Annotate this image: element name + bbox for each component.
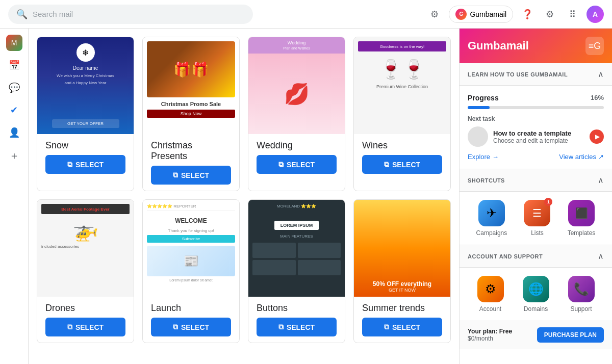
account-icon: ⚙ — [477, 276, 504, 302]
right-panel: Gumbamail ≡G LEARN HOW TO USE GUMBAMAIL … — [459, 29, 612, 364]
help-icon[interactable]: ❓ — [519, 6, 536, 22]
task-circle — [468, 126, 488, 147]
thumbnail-snow: ❄ Dear nameWe wish you a Merry Christmas… — [37, 37, 134, 134]
select-icon-wedding: ⧉ — [278, 160, 284, 169]
template-card-drones[interactable]: Best Aerial Footage Ever 🚁 included acce… — [37, 199, 134, 343]
support-icon: 📞 — [568, 276, 595, 302]
content-area: ❄ Dear nameWe wish you a Merry Christmas… — [29, 29, 459, 364]
shortcuts-toggle[interactable]: ∧ — [598, 175, 604, 185]
plan-price: $0/month — [468, 335, 512, 342]
learn-section-toggle[interactable]: ∧ — [598, 69, 604, 79]
account-section-header[interactable]: ACCOUNT AND SUPPORT ∧ — [460, 245, 612, 268]
progress-section: Progress 16% Next task How to create a t… — [460, 86, 612, 169]
search-bar[interactable]: 🔍 Search mail — [8, 5, 253, 24]
select-button-buttons[interactable]: ⧉ SELECT — [257, 318, 337, 336]
template-card-summer[interactable]: 50% OFF everything GET IT NOW Summer tre… — [353, 199, 451, 343]
templates-icon: ⬛ — [568, 200, 595, 226]
purchase-plan-button[interactable]: PURCHASE PLAN — [537, 327, 604, 343]
select-button-snow[interactable]: ⧉ SELECT — [45, 155, 125, 174]
view-articles-link[interactable]: View articles ↗ — [559, 153, 604, 161]
sidebar-icon-chat[interactable]: 💬 — [4, 77, 24, 98]
shortcut-campaigns-label: Campaigns — [476, 229, 507, 237]
template-card-snow[interactable]: ❄ Dear nameWe wish you a Merry Christmas… — [37, 37, 134, 191]
progress-label: Progress — [468, 94, 499, 102]
sidebar-icon-person[interactable]: 👤 — [4, 122, 24, 143]
select-button-summer[interactable]: ⧉ SELECT — [362, 318, 442, 336]
avatar[interactable]: A — [586, 6, 604, 23]
select-button-launch[interactable]: ⧉ SELECT — [151, 318, 231, 336]
template-info-summer: Summer trends ⧉ SELECT — [354, 297, 450, 343]
shortcut-domains[interactable]: 🌐 Domains — [523, 276, 549, 313]
shortcut-lists-wrap: ☰ 1 — [524, 200, 550, 226]
learn-section: LEARN HOW TO USE GUMBAMAIL ∧ Progress 16… — [460, 63, 612, 169]
thumbnail-launch: ⭐⭐⭐⭐⭐ REPORTER WELCOME Thank you for sig… — [143, 200, 239, 297]
purchase-section: Your plan: Free $0/month PURCHASE PLAN — [460, 321, 612, 349]
search-input: Search mail — [33, 10, 73, 18]
play-icon: ▶ — [595, 133, 600, 140]
explore-link[interactable]: Explore → — [468, 153, 499, 161]
domains-icon: 🌐 — [523, 276, 549, 302]
filter-icon[interactable]: ⚙ — [426, 6, 443, 22]
select-button-drones[interactable]: ⧉ SELECT — [45, 318, 125, 336]
gumbamail-button[interactable]: G Gumbamail — [449, 6, 513, 23]
shortcut-campaigns[interactable]: ✈ Campaigns — [476, 200, 507, 237]
sidebar-icon-tasks[interactable]: ✔ — [4, 100, 24, 120]
shortcut-support[interactable]: 📞 Support — [568, 276, 595, 313]
select-icon-wines: ⧉ — [384, 160, 389, 169]
template-name-summer: Summer trends — [362, 303, 442, 314]
sidebar-icon-calendar[interactable]: 📅 — [4, 55, 24, 75]
shortcut-account[interactable]: ⚙ Account — [477, 276, 504, 313]
select-icon: ⧉ — [67, 160, 72, 169]
add-icon[interactable]: ＋ — [9, 149, 19, 163]
learn-section-header[interactable]: LEARN HOW TO USE GUMBAMAIL ∧ — [460, 63, 612, 86]
template-info-drones: Drones ⧉ SELECT — [37, 297, 134, 343]
shortcut-templates[interactable]: ⬛ Templates — [568, 200, 596, 237]
plan-info: Your plan: Free $0/month — [468, 328, 512, 342]
next-task: How to create a template Choose and edit… — [468, 126, 604, 147]
task-play-button[interactable]: ▶ — [590, 129, 604, 144]
account-toggle[interactable]: ∧ — [598, 251, 604, 261]
progress-bar-fill — [468, 106, 490, 109]
learn-section-title: LEARN HOW TO USE GUMBAMAIL — [468, 71, 568, 77]
template-name-christmas: Christmas Presents — [151, 140, 231, 162]
template-card-buttons[interactable]: MORELAND ⭐⭐⭐ LOREM IPSUM MAIN FEATURES B… — [248, 199, 345, 343]
select-button-christmas[interactable]: ⧉ SELECT — [151, 166, 231, 185]
template-name-drones: Drones — [45, 303, 125, 314]
template-card-launch[interactable]: ⭐⭐⭐⭐⭐ REPORTER WELCOME Thank you for sig… — [142, 199, 240, 343]
domains-label: Domains — [524, 305, 548, 313]
lists-badge: 1 — [544, 198, 552, 206]
settings-icon[interactable]: ⚙ — [542, 6, 558, 22]
next-task-label: Next task — [468, 115, 604, 122]
right-panel-header: Gumbamail ≡G — [460, 29, 612, 63]
snow-logo: ❄ — [76, 43, 95, 62]
template-card-wedding[interactable]: WeddingPlan and Wishes 💋 Wedding ⧉ SELEC… — [248, 37, 345, 191]
shortcut-campaigns-wrap: ✈ — [478, 200, 505, 226]
template-name-wedding: Wedding — [257, 140, 337, 151]
sidebar-icon-mail[interactable]: M — [4, 33, 24, 53]
gumbamail-logo: G — [455, 9, 467, 20]
template-info-snow: Snow ⧉ SELECT — [37, 134, 134, 191]
lists-icon: ☰ 1 — [524, 200, 550, 226]
select-button-wines[interactable]: ⧉ SELECT — [362, 155, 442, 174]
shortcut-lists-label: Lists — [531, 229, 544, 237]
plan-name: Your plan: Free — [468, 328, 512, 335]
shortcuts-section-header[interactable]: SHORTCUTS ∧ — [460, 169, 612, 192]
task-info: How to create a template Choose and edit… — [493, 129, 584, 144]
template-info-buttons: Buttons ⧉ SELECT — [248, 297, 345, 343]
account-icons: ⚙ Account 🌐 Domains 📞 Support — [460, 268, 612, 321]
select-button-wedding[interactable]: ⧉ SELECT — [257, 155, 337, 174]
apps-icon[interactable]: ⠿ — [564, 6, 580, 22]
select-icon-launch: ⧉ — [173, 323, 178, 331]
task-subtitle: Choose and edit a template — [493, 137, 584, 144]
thumbnail-summer: 50% OFF everything GET IT NOW — [354, 200, 450, 297]
shortcut-templates-label: Templates — [568, 229, 596, 237]
template-card-christmas[interactable]: 🎁🎁 Christmas Promo Sale Shop Now Christm… — [142, 37, 240, 191]
task-title: How to create a template — [493, 129, 584, 137]
header-right: ⚙ G Gumbamail ❓ ⚙ ⠿ A — [426, 6, 604, 23]
shortcut-templates-wrap: ⬛ — [568, 200, 595, 226]
template-info-launch: Launch ⧉ SELECT — [143, 297, 239, 343]
select-icon-summer: ⧉ — [384, 323, 389, 331]
support-label: Support — [570, 305, 592, 313]
shortcut-lists[interactable]: ☰ 1 Lists — [524, 200, 550, 237]
template-card-wines[interactable]: Goodness is on the way! 🍷🍷 Premium Wine … — [353, 37, 451, 191]
